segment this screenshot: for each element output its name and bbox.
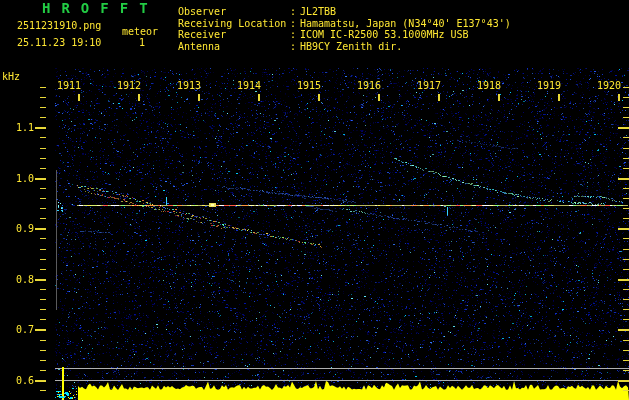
- x-axis-label: 1911: [53, 80, 85, 91]
- antenna-value: HB9CY Zenith dir.: [300, 41, 402, 52]
- location-value: Hamamatsu, Japan (N34°40' E137°43'): [300, 18, 511, 29]
- mode-label: meteor: [122, 26, 158, 37]
- y-axis-label: 1.1: [0, 122, 34, 133]
- y-axis-label: 1.0: [0, 173, 34, 184]
- y-axis-label: 0.8: [0, 274, 34, 285]
- x-axis-label: 1916: [353, 80, 385, 91]
- spectrogram-canvas: [0, 0, 629, 400]
- receiver-value: ICOM IC-R2500 53.1000MHz USB: [300, 29, 469, 40]
- info-row-observer: Observer:JL2TBB: [178, 6, 511, 18]
- y-axis-label: 0.6: [0, 375, 34, 386]
- y-axis-label: 0.7: [0, 324, 34, 335]
- hrofft-window: HROFFT 2511231910.png meteor 25.11.23 19…: [0, 0, 629, 400]
- x-axis-label: 1915: [293, 80, 325, 91]
- y-axis-label: 0.9: [0, 223, 34, 234]
- channel-label: 1: [139, 37, 145, 48]
- observer-value: JL2TBB: [300, 6, 336, 17]
- x-axis-label: 1918: [473, 80, 505, 91]
- x-axis-label: 1913: [173, 80, 205, 91]
- x-axis-label: 1920: [593, 80, 625, 91]
- y-axis-unit-label: kHz: [2, 71, 20, 82]
- x-axis-label: 1914: [233, 80, 265, 91]
- station-info: Observer:JL2TBB Receiving Location:Hamam…: [178, 6, 511, 53]
- datetime-label: 25.11.23 19:10: [17, 37, 101, 48]
- app-title: HROFFT: [42, 1, 159, 16]
- filename-label: 2511231910.png: [17, 20, 101, 31]
- info-row-antenna: Antenna:HB9CY Zenith dir.: [178, 41, 511, 53]
- info-row-receiver: Receiver:ICOM IC-R2500 53.1000MHz USB: [178, 29, 511, 41]
- x-axis-label: 1917: [413, 80, 445, 91]
- info-row-location: Receiving Location:Hamamatsu, Japan (N34…: [178, 18, 511, 30]
- x-axis-label: 1912: [113, 80, 145, 91]
- x-axis-label: 1919: [533, 80, 565, 91]
